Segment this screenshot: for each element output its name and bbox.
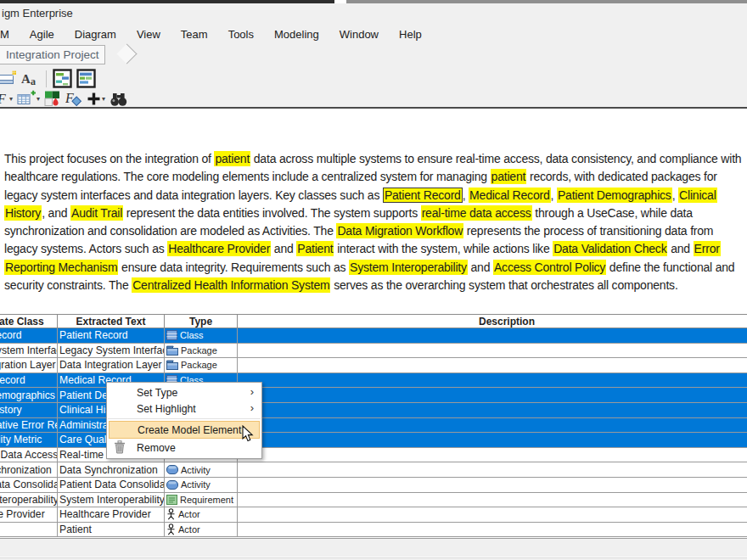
cell-type[interactable]: Actor <box>165 507 238 523</box>
menu-item-help[interactable]: Help <box>389 25 432 43</box>
dropdown-caret-icon[interactable]: ▾ <box>9 95 13 103</box>
cell-description[interactable] <box>238 343 747 358</box>
text-highlight[interactable]: Audit Trail <box>70 205 123 221</box>
text-highlight[interactable]: real-time data access <box>421 205 532 221</box>
cell-candidate-class[interactable]: Data Synchronization <box>0 462 58 478</box>
text-highlight[interactable]: Access Control Policy <box>493 260 606 275</box>
format-f-button[interactable]: F▾ <box>0 88 14 109</box>
text-highlight[interactable]: Data Validation Check <box>553 241 667 256</box>
new-note-button[interactable] <box>0 69 19 89</box>
table-row[interactable]: Patient RecordPatient RecordClass <box>0 328 747 344</box>
table-new-button[interactable]: ▾ <box>15 88 42 109</box>
type-label: Activity <box>181 465 211 475</box>
cell-extracted-text[interactable]: System Interoperability <box>58 492 165 507</box>
cell-candidate-class[interactable]: Patient Demographics <box>0 388 58 403</box>
cell-candidate-class[interactable]: System Interoperability <box>0 492 58 507</box>
table-row[interactable]: Legacy System InterfaceLegacy System Int… <box>0 343 747 358</box>
text-highlight[interactable]: patient <box>214 151 250 166</box>
font-aa-button[interactable]: Aa <box>20 69 41 89</box>
cell-type[interactable]: Activity <box>165 462 238 478</box>
diagram-preview-button[interactable] <box>51 69 74 89</box>
text-highlight[interactable]: Reporting Mechanism <box>4 260 118 275</box>
text-run: and <box>271 242 296 255</box>
cell-candidate-class[interactable]: Clinical History <box>0 402 58 417</box>
context-menu-item-set-highlight[interactable]: Set Highlight› <box>107 400 261 417</box>
text-highlight[interactable]: History <box>4 205 42 221</box>
cell-description[interactable] <box>238 522 747 537</box>
table-row[interactable]: Healthcare ProviderHealthcare ProviderAc… <box>0 507 747 523</box>
cell-description[interactable] <box>238 402 747 417</box>
menu-item-window[interactable]: Window <box>329 25 389 43</box>
cell-extracted-text[interactable]: Healthcare Provider <box>58 507 165 523</box>
cell-extracted-text[interactable]: Data Synchronization <box>58 462 165 478</box>
cell-description[interactable] <box>238 462 747 478</box>
table-row[interactable]: System InteroperabilitySystem Interopera… <box>0 492 747 507</box>
cell-description[interactable] <box>238 433 747 448</box>
table-row[interactable]: Patient Data ConsolidationPatient Data C… <box>0 477 747 492</box>
menu-item-agile[interactable]: Agile <box>20 25 65 43</box>
text-highlight[interactable]: Error <box>694 241 721 256</box>
cell-candidate-class[interactable]: Care Quality Metric <box>0 433 58 448</box>
cell-candidate-class[interactable]: Real-time Data Access <box>0 447 58 462</box>
transform-f-button[interactable]: F <box>64 88 84 109</box>
cell-description[interactable] <box>238 447 747 462</box>
cell-extracted-text[interactable]: Legacy System Interface <box>58 343 165 358</box>
cell-type[interactable]: Package <box>165 343 238 358</box>
project-tab[interactable]: Integration Project <box>0 45 105 64</box>
plus-add-button[interactable]: ▾ <box>85 88 107 109</box>
menu-item-view[interactable]: View <box>126 25 171 43</box>
text-highlight[interactable]: Patient Demographics <box>557 188 672 203</box>
cell-type[interactable]: Requirement <box>165 492 238 507</box>
dropdown-caret-icon[interactable]: ▾ <box>37 95 40 103</box>
color-fill-button[interactable] <box>42 88 63 109</box>
text-highlight[interactable]: patient <box>491 169 527 184</box>
diagram-grid-button[interactable] <box>75 69 98 89</box>
cell-description[interactable] <box>238 477 747 492</box>
table-row[interactable]: Data Integration LayerData Integration L… <box>0 358 747 373</box>
cell-description[interactable] <box>238 372 747 388</box>
cell-candidate-class[interactable]: Patient Record <box>0 328 58 344</box>
cell-candidate-class[interactable]: Patient Data Consolidation <box>0 477 58 492</box>
dropdown-caret-icon[interactable]: ▾ <box>102 95 105 103</box>
text-highlight[interactable]: Clinical <box>678 188 717 203</box>
cell-candidate-class[interactable]: Healthcare Provider <box>0 507 58 523</box>
cell-description[interactable] <box>238 358 747 373</box>
table-row[interactable]: Data SynchronizationData Synchronization… <box>0 462 747 478</box>
cell-description[interactable] <box>238 417 747 433</box>
cell-type[interactable]: Package <box>165 358 238 373</box>
menu-item-team[interactable]: Team <box>171 25 218 43</box>
text-highlight-selected[interactable]: Patient Record <box>383 188 463 203</box>
menu-item-tools[interactable]: Tools <box>218 25 264 43</box>
cell-type[interactable]: Class <box>165 328 238 344</box>
cell-type[interactable]: Activity <box>165 477 238 492</box>
text-highlight[interactable]: Patient <box>296 241 334 256</box>
cell-candidate-class[interactable]: Legacy System Interface <box>0 343 58 358</box>
context-menu-item-set-type[interactable]: Set Type› <box>107 384 261 400</box>
cell-description[interactable] <box>238 492 747 507</box>
cell-extracted-text[interactable]: Data Integration Layer <box>58 358 165 373</box>
cell-extracted-text[interactable]: Patient Record <box>58 328 165 344</box>
new-note-icon <box>0 70 17 87</box>
cell-candidate-class[interactable] <box>0 522 58 537</box>
menu-item-m[interactable]: M <box>0 25 20 43</box>
cell-description[interactable] <box>238 507 747 523</box>
cell-candidate-class[interactable]: Data Integration Layer <box>0 358 58 373</box>
cell-description[interactable] <box>238 328 747 344</box>
find-binoculars-button[interactable] <box>108 88 130 109</box>
cell-extracted-text[interactable]: Patient <box>58 522 165 537</box>
table-row[interactable]: PatientActor <box>0 522 747 537</box>
menu-item-diagram[interactable]: Diagram <box>65 25 126 43</box>
cell-candidate-class[interactable]: Administrative Error Reporting <box>0 417 58 433</box>
cell-type[interactable]: Actor <box>165 522 238 537</box>
cell-description[interactable] <box>238 388 747 403</box>
text-highlight[interactable]: Data Migration Workflow <box>336 223 463 238</box>
cell-candidate-class[interactable]: Medical Record <box>0 372 58 388</box>
menu-item-modeling[interactable]: Modeling <box>264 25 329 43</box>
text-highlight[interactable]: Medical Record <box>469 188 550 203</box>
context-menu-item-create-model-element[interactable]: Create Model Element <box>109 421 260 439</box>
context-menu-item-remove[interactable]: Remove <box>107 439 261 456</box>
text-highlight[interactable]: System Interoperability <box>349 260 468 275</box>
text-highlight[interactable]: Healthcare Provider <box>167 241 271 256</box>
cell-extracted-text[interactable]: Patient Data Consolidation <box>58 477 165 492</box>
text-highlight[interactable]: Centralized Health Information System <box>132 277 330 293</box>
